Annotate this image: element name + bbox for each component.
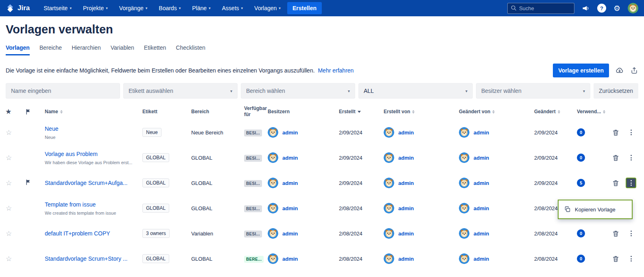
learn-more-link[interactable]: Mehr erfahren <box>318 67 354 74</box>
modified-date: 2/08/2024 <box>534 231 577 237</box>
copy-template-menu-item[interactable]: Kopieren Vorlage <box>575 207 616 213</box>
creator-link[interactable]: admin <box>398 180 414 186</box>
nav-item-plaene[interactable]: Pläne▾ <box>192 5 210 11</box>
owner-link[interactable]: admin <box>282 155 298 161</box>
modifier-link[interactable]: admin <box>474 155 489 161</box>
nav-item-startseite[interactable]: Startseite▾ <box>44 5 72 11</box>
tab-hierarchien[interactable]: Hierarchien <box>72 44 101 55</box>
column-header-bereich[interactable]: Bereich <box>191 109 244 115</box>
usage-count-badge[interactable]: 0 <box>577 229 585 237</box>
creator-link[interactable]: admin <box>398 130 414 136</box>
name-filter[interactable] <box>6 83 120 99</box>
scope-value: Neue Bereich <box>191 130 244 136</box>
row-menu-button-active[interactable] <box>626 178 636 188</box>
modifier-link[interactable]: admin <box>474 205 489 211</box>
template-name-link[interactable]: Standardvorlage Scrum+Story ... <box>45 255 142 262</box>
created-date: 2/09/2024 <box>339 180 384 186</box>
export-button[interactable] <box>630 66 638 75</box>
column-header-erstellt-von[interactable]: Erstellt von <box>384 109 459 115</box>
global-search[interactable] <box>507 3 574 14</box>
row-menu-button[interactable] <box>626 152 636 163</box>
column-header-name[interactable]: Name <box>45 109 142 115</box>
usage-count-badge[interactable]: 0 <box>577 255 585 263</box>
row-menu-button[interactable] <box>626 228 636 239</box>
jira-brand[interactable]: Jira <box>6 4 30 13</box>
owner-link[interactable]: admin <box>282 256 298 262</box>
flag-icon[interactable] <box>25 109 31 115</box>
owner-link[interactable]: admin <box>282 180 298 186</box>
name-filter-input[interactable] <box>11 88 115 94</box>
tab-checklisten[interactable]: Checklisten <box>176 44 205 55</box>
help-button[interactable]: ? <box>597 4 606 13</box>
row-context-menu[interactable]: Kopieren Vorlage <box>558 200 633 219</box>
column-header-geaendert[interactable]: Geändert <box>534 109 577 115</box>
template-name-link[interactable]: default IT+problem COPY <box>45 230 142 237</box>
nav-item-vorlagen[interactable]: Vorlagen▾ <box>254 5 281 11</box>
tab-variablen[interactable]: Variablen <box>111 44 134 55</box>
column-header-etikett[interactable]: Etikett <box>142 109 191 115</box>
nav-item-boards[interactable]: Boards▾ <box>159 5 181 11</box>
creator-link[interactable]: admin <box>398 231 414 237</box>
availability-select[interactable]: ALL▾ <box>358 83 473 99</box>
page-description: Die Vorlage ist eine einfache Möglichkei… <box>6 67 354 74</box>
star-icon[interactable]: ★ <box>6 108 11 116</box>
create-issue-button[interactable]: Erstellen <box>287 2 322 14</box>
label-select[interactable]: Etikett auswählen▾ <box>123 83 238 99</box>
owner-link[interactable]: admin <box>282 205 298 211</box>
star-icon[interactable]: ☆ <box>6 204 12 212</box>
table-row: ☆ NeueNeue Neue Neue Bereich BESI... adm… <box>6 120 638 145</box>
star-icon[interactable]: ☆ <box>6 129 12 136</box>
modifier-link[interactable]: admin <box>474 256 489 262</box>
settings-button[interactable]: ⚙ <box>613 4 620 12</box>
trash-icon[interactable] <box>612 129 619 136</box>
star-icon[interactable]: ☆ <box>6 230 12 237</box>
star-icon[interactable]: ☆ <box>6 179 12 187</box>
owner-link[interactable]: admin <box>282 130 298 136</box>
usage-count-badge[interactable]: 0 <box>577 154 585 162</box>
tab-etiketten[interactable]: Etiketten <box>144 44 166 55</box>
column-header-erstellt[interactable]: Erstellt <box>339 109 384 115</box>
template-name-link[interactable]: Template from issue <box>45 201 142 208</box>
trash-icon[interactable] <box>612 230 619 237</box>
sort-icon <box>412 110 415 114</box>
modifier-link[interactable]: admin <box>474 130 489 136</box>
brand-name: Jira <box>17 4 30 12</box>
tab-vorlagen[interactable]: Vorlagen <box>6 44 30 55</box>
owner-link[interactable]: admin <box>282 231 298 237</box>
creator-link[interactable]: admin <box>398 205 414 211</box>
tab-bereiche[interactable]: Bereiche <box>39 44 62 55</box>
column-header-geaendert-von[interactable]: Geändert von <box>459 109 534 115</box>
announcements-button[interactable] <box>582 4 590 12</box>
row-menu-button[interactable] <box>626 127 636 138</box>
usage-count-badge[interactable]: 5 <box>577 179 585 187</box>
template-name-link[interactable]: Standardvorlage Scrum+Aufga... <box>45 180 142 186</box>
row-menu-button[interactable] <box>626 253 636 264</box>
trash-icon[interactable] <box>612 255 619 262</box>
nav-item-vorgaenge[interactable]: Vorgänge▾ <box>119 5 147 11</box>
flag-icon[interactable] <box>25 179 31 185</box>
usage-count-badge[interactable]: 0 <box>577 128 585 136</box>
nav-item-assets[interactable]: Assets▾ <box>222 5 243 11</box>
creator-link[interactable]: admin <box>398 155 414 161</box>
import-button[interactable] <box>616 66 624 75</box>
column-header-verfuegbar-fuer[interactable]: Verfügbar für <box>244 106 268 118</box>
column-header-verwendung[interactable]: Verwend... <box>577 109 611 115</box>
template-name-link[interactable]: Neue <box>45 125 142 132</box>
star-icon[interactable]: ☆ <box>6 255 12 263</box>
template-name-link[interactable]: Vorlage aus Problem <box>45 151 142 157</box>
create-template-button[interactable]: Vorlage erstellen <box>553 64 609 77</box>
creator-avatar <box>384 203 394 213</box>
modifier-link[interactable]: admin <box>474 180 489 186</box>
modifier-link[interactable]: admin <box>474 231 489 237</box>
nav-item-projekte[interactable]: Projekte▾ <box>83 5 108 11</box>
trash-icon[interactable] <box>612 180 619 187</box>
trash-icon[interactable] <box>612 154 619 161</box>
column-header-besitzern[interactable]: Besitzern <box>268 109 339 115</box>
owner-select[interactable]: Besitzer wählen▾ <box>476 83 590 99</box>
reset-filters-button[interactable]: Zurücksetzen <box>594 83 638 99</box>
scope-select[interactable]: Bereich wählen▾ <box>241 83 355 99</box>
search-input[interactable] <box>507 3 574 14</box>
creator-link[interactable]: admin <box>398 256 414 262</box>
star-icon[interactable]: ☆ <box>6 154 12 162</box>
user-avatar[interactable] <box>628 3 638 13</box>
